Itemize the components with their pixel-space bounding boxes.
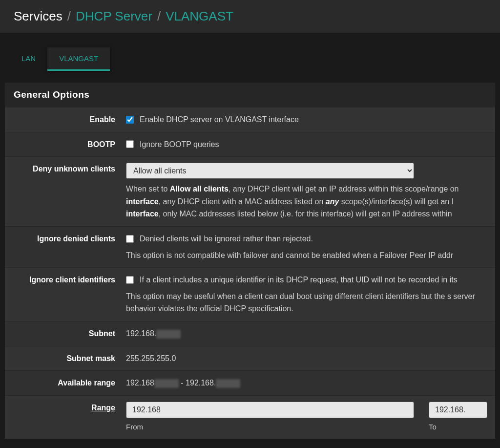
bootp-checkbox-wrap[interactable]: Ignore BOOTP queries xyxy=(126,138,486,151)
panel-title: General Options xyxy=(5,83,495,107)
row-ignore-denied: Ignore denied clients Denied clients wil… xyxy=(5,226,495,267)
range-to-label: To xyxy=(429,421,487,433)
deny-unknown-help: When set to Allow all clients, any DHCP … xyxy=(126,183,486,220)
ignore-denied-checkbox[interactable] xyxy=(126,235,134,243)
tab-vlangast[interactable]: VLANGAST xyxy=(47,47,110,71)
row-subnet: Subnet 192.168. xyxy=(5,321,495,346)
label-subnet: Subnet xyxy=(14,327,126,338)
label-ignore-denied: Ignore denied clients xyxy=(14,233,126,243)
breadcrumb-level2[interactable]: VLANGAST xyxy=(166,9,233,24)
ignore-cid-checkbox[interactable] xyxy=(126,276,134,284)
redacted-block xyxy=(154,379,179,388)
redacted-block xyxy=(216,379,240,388)
range-from-label: From xyxy=(126,421,414,433)
ignore-cid-checkbox-wrap[interactable]: If a client includes a unique identifier… xyxy=(126,274,486,286)
label-deny-unknown: Deny unknown clients xyxy=(14,163,126,173)
row-ignore-cid: Ignore client identifiers If a client in… xyxy=(5,267,495,321)
row-available-range: Available range 192.168 - 192.168. xyxy=(5,370,495,395)
row-deny-unknown: Deny unknown clients Allow all clients W… xyxy=(5,156,495,226)
ignore-denied-help: This option is not compatible with failo… xyxy=(126,249,486,262)
general-options-panel: General Options Enable Enable DHCP serve… xyxy=(5,83,495,439)
ignore-cid-help: This option may be useful when a client … xyxy=(126,290,486,315)
available-range-value: 192.168 - 192.168. xyxy=(126,377,486,389)
tab-bar: LAN VLANGAST xyxy=(0,33,500,71)
breadcrumb-sep: / xyxy=(157,9,161,24)
label-enable: Enable xyxy=(14,113,126,124)
enable-checkbox-label: Enable DHCP server on VLANGAST interface xyxy=(140,113,299,126)
ignore-cid-checkbox-label: If a client includes a unique identifier… xyxy=(140,274,458,286)
tab-lan[interactable]: LAN xyxy=(10,47,47,71)
bootp-checkbox[interactable] xyxy=(126,140,134,148)
bootp-checkbox-label: Ignore BOOTP queries xyxy=(140,138,219,151)
label-subnet-mask: Subnet mask xyxy=(14,352,126,363)
breadcrumb-root[interactable]: Services xyxy=(14,9,62,24)
row-range: Range From To xyxy=(5,395,495,439)
redacted-block xyxy=(156,330,181,339)
ignore-denied-checkbox-wrap[interactable]: Denied clients will be ignored rather th… xyxy=(126,233,486,245)
label-range: Range xyxy=(14,402,126,412)
breadcrumb-level1[interactable]: DHCP Server xyxy=(76,9,152,24)
enable-checkbox[interactable] xyxy=(126,116,134,124)
enable-checkbox-wrap[interactable]: Enable DHCP server on VLANGAST interface xyxy=(126,113,486,126)
subnet-mask-value: 255.255.255.0 xyxy=(126,352,486,365)
row-bootp: BOOTP Ignore BOOTP queries xyxy=(5,132,495,157)
label-bootp: BOOTP xyxy=(14,138,126,149)
range-from-input[interactable] xyxy=(126,402,414,418)
subnet-value: 192.168. xyxy=(126,327,486,340)
breadcrumb-sep: / xyxy=(67,9,71,24)
row-enable: Enable Enable DHCP server on VLANGAST in… xyxy=(5,107,495,132)
ignore-denied-checkbox-label: Denied clients will be ignored rather th… xyxy=(140,233,313,245)
label-available-range: Available range xyxy=(14,377,126,387)
breadcrumb: Services / DHCP Server / VLANGAST xyxy=(0,0,500,33)
range-to-input[interactable] xyxy=(429,402,487,418)
label-ignore-cid: Ignore client identifiers xyxy=(14,274,126,284)
row-subnet-mask: Subnet mask 255.255.255.0 xyxy=(5,346,495,371)
deny-unknown-select[interactable]: Allow all clients xyxy=(126,163,414,179)
